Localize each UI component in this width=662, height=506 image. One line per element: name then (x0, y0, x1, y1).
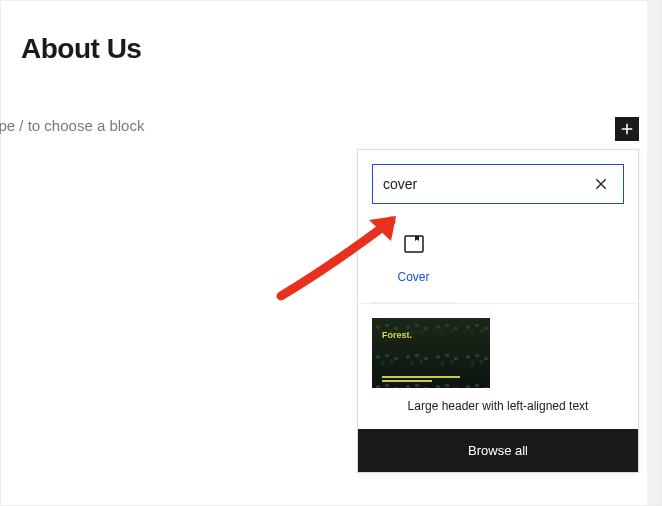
block-result-label: Cover (397, 270, 429, 284)
pattern-thumb-line (382, 376, 460, 378)
pattern-thumbnail[interactable]: Forest. (372, 318, 490, 388)
plus-icon (618, 120, 636, 138)
block-result-cover[interactable]: Cover (372, 218, 455, 303)
scrollbar[interactable] (647, 1, 661, 505)
editor-canvas: About Us ype / to choose a block Cover F (0, 0, 662, 506)
pattern-thumb-label: Forest. (382, 330, 412, 340)
pattern-caption: Large header with left-aligned text (372, 396, 624, 429)
block-prompt[interactable]: ype / to choose a block (0, 65, 661, 134)
search-input[interactable] (383, 176, 589, 192)
search-wrap (358, 150, 638, 218)
svg-rect-2 (405, 236, 423, 252)
block-inserter-panel: Cover Forest. Large header with left-ali… (357, 149, 639, 473)
page-title[interactable]: About Us (1, 1, 661, 65)
clear-search-button[interactable] (589, 172, 613, 196)
pattern-section: Forest. Large header with left-aligned t… (358, 303, 638, 429)
close-icon (593, 176, 609, 192)
cover-block-icon (402, 232, 426, 256)
add-block-button[interactable] (615, 117, 639, 141)
search-box (372, 164, 624, 204)
pattern-thumb-line2 (382, 380, 432, 382)
browse-all-button[interactable]: Browse all (358, 429, 638, 472)
